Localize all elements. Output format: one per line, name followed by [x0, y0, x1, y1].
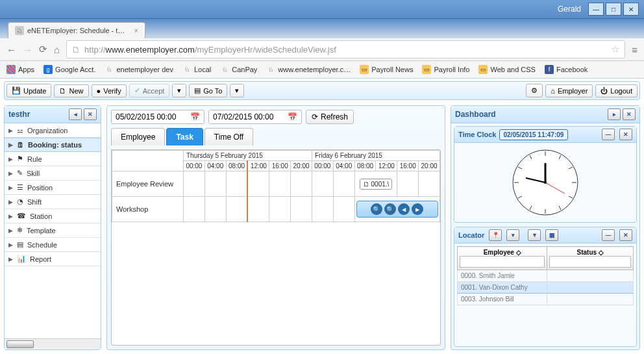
goto-icon: ▤ — [194, 86, 201, 95]
window-minimize[interactable]: — — [588, 3, 604, 16]
sidebar-scrollbar[interactable] — [5, 338, 101, 349]
locator-dropdown[interactable]: ▾ — [506, 229, 519, 241]
scrollbar-thumb[interactable] — [6, 340, 34, 348]
bm-facebook[interactable]: fFacebook — [545, 65, 588, 74]
sidebar-close[interactable]: ✕ — [84, 108, 97, 120]
tab-task[interactable]: Task — [166, 128, 203, 145]
sidebar-item-report[interactable]: ▶📊Report — [5, 252, 101, 266]
locator-close[interactable]: ✕ — [619, 229, 632, 241]
back-icon[interactable]: ← — [6, 44, 16, 55]
schedule-event[interactable]: 🗋0001.\ — [360, 179, 393, 190]
bm-enet[interactable]: ♘www.enetemployer.c… — [266, 65, 351, 74]
locator-minimize[interactable]: — — [602, 229, 615, 241]
update-button[interactable]: 💾Update — [6, 84, 51, 97]
goto-button[interactable]: ▤Go To — [189, 84, 227, 97]
sidebar-item-label: Shift — [27, 198, 42, 206]
sidebar-item-booking-status[interactable]: ▶🗓Booking: status — [5, 138, 101, 152]
bm-webcss[interactable]: ▭Web and CSS — [478, 65, 536, 74]
bm-google[interactable]: gGoogle Acct. — [43, 65, 95, 74]
new-icon: 🗋 — [59, 87, 66, 95]
sidebar-item-shift[interactable]: ▶◔Shift — [5, 195, 101, 209]
bm-payrollinfo[interactable]: ▭Payroll Info — [422, 65, 469, 74]
sidebar-item-skill[interactable]: ▶✎Skill — [5, 166, 101, 181]
sort-icon[interactable]: ◇ — [599, 249, 604, 256]
tab-employee[interactable]: Employee — [111, 128, 165, 145]
dashboard-close[interactable]: ✕ — [623, 108, 636, 120]
hour-header: 16:00 — [397, 161, 419, 171]
event-nav: 🔍 🔍 ◄ ► — [356, 201, 438, 218]
chevron-right-icon: ▶ — [8, 213, 13, 220]
locator-body: Employee ◇ Status ◇ 0000. Smith Jamie000… — [454, 244, 636, 308]
url-input[interactable]: 🗋 http://www.enetemployer.com/myEmployer… — [66, 40, 625, 58]
tab-close-icon[interactable]: × — [134, 27, 138, 34]
chevron-right-icon: ▶ — [8, 184, 13, 191]
next-icon[interactable]: ► — [412, 203, 423, 215]
sidebar-panel: testhr ◂ ✕ ▶⚍Organization▶🗓Booking: stat… — [4, 105, 101, 350]
tab-timeoff[interactable]: Time Off — [204, 128, 253, 145]
sidebar-item-station[interactable]: ▶☎Station — [5, 209, 101, 223]
calendar-icon[interactable]: 📅 — [288, 112, 297, 121]
locator-filter-employee[interactable] — [460, 256, 545, 268]
chevron-right-icon: ▶ — [8, 127, 13, 134]
window-maximize[interactable]: □ — [606, 3, 621, 16]
bm-local[interactable]: ♘Local — [182, 65, 211, 74]
sidebar-item-organization[interactable]: ▶⚍Organization — [5, 123, 101, 138]
logout-button[interactable]: ⏻Logout — [595, 84, 638, 97]
sidebar-item-icon: ▤ — [17, 240, 23, 249]
zoom-in-icon[interactable]: 🔍 — [371, 203, 382, 215]
date-from-input[interactable]: 05/02/2015 00:00📅 — [111, 110, 204, 124]
locator-row[interactable]: 0000. Smith Jamie — [458, 270, 634, 282]
sidebar-item-icon: 🗓 — [17, 141, 24, 149]
forward-icon: → — [23, 44, 32, 55]
refresh-button[interactable]: ⟳Refresh — [306, 110, 354, 124]
locator-row[interactable]: 0003. Johnson Bill — [458, 294, 634, 305]
calendar-icon[interactable]: 📅 — [190, 112, 200, 121]
gear-button[interactable]: ⚙ — [526, 84, 543, 97]
locator-col-employee[interactable]: Employee ◇ — [458, 247, 547, 270]
locator-filter-icon[interactable]: ▼ — [528, 229, 541, 241]
prev-icon[interactable]: ◄ — [398, 203, 410, 215]
reload-icon[interactable]: ⟳ — [39, 44, 47, 55]
locator-col-status[interactable]: Status ◇ — [547, 247, 634, 270]
sidebar-collapse[interactable]: ◂ — [69, 108, 82, 120]
locator-cell-status — [547, 270, 634, 282]
bookmark-star-icon[interactable]: ☆ — [611, 44, 619, 55]
locator-cell-employee: 0003. Johnson Bill — [458, 294, 547, 305]
locator-filter-status[interactable] — [549, 256, 630, 268]
sidebar-item-label: Schedule — [27, 241, 57, 249]
accept-dropdown[interactable]: ▾ — [172, 84, 186, 97]
dashboard-expand[interactable]: ▸ — [608, 108, 621, 120]
zoom-out-icon[interactable]: 🔍 — [384, 203, 396, 215]
bm-canpay[interactable]: ♘CanPay — [220, 65, 257, 74]
timeclock-close[interactable]: ✕ — [619, 129, 632, 140]
locator-grid-icon[interactable]: ▦ — [545, 229, 558, 241]
timeclock-minimize[interactable]: — — [602, 129, 615, 140]
sidebar-item-position[interactable]: ▶☰Position — [5, 181, 101, 195]
sort-icon[interactable]: ◇ — [516, 249, 521, 256]
sidebar-item-icon: ⚍ — [17, 126, 23, 134]
locator-panel: Locator 📍 ▾ ▼ ▦ — ✕ Employee ◇ Status ◇ — [454, 227, 637, 347]
sidebar-item-schedule[interactable]: ▶▤Schedule — [5, 238, 101, 252]
logout-icon: ⏻ — [601, 87, 608, 95]
date-to-input[interactable]: 07/02/2015 00:00📅 — [208, 110, 302, 124]
schedule-tabs: Employee Task Time Off — [111, 128, 441, 145]
bm-payrollnews[interactable]: ▭Payroll News — [360, 65, 413, 74]
window-close[interactable]: ✕ — [623, 3, 639, 16]
sidebar-item-icon: ❄ — [17, 226, 23, 234]
new-button[interactable]: 🗋New — [54, 84, 88, 97]
hour-header: 00:00 — [184, 161, 205, 171]
home-icon[interactable]: ⌂ — [54, 44, 60, 55]
employer-button[interactable]: ⌂Employer — [545, 84, 593, 97]
locator-pin-icon[interactable]: 📍 — [489, 229, 502, 241]
browser-menu-icon[interactable]: ≡ — [632, 44, 638, 55]
locator-row[interactable]: 0001. Van-Dixon Cathy — [458, 282, 634, 294]
bm-apps[interactable]: Apps — [6, 65, 34, 74]
sidebar-title: testhr — [8, 110, 30, 119]
sidebar-item-rule[interactable]: ▶⚑Rule — [5, 152, 101, 166]
url-file-icon: 🗋 — [72, 45, 80, 55]
verify-button[interactable]: ●Verify — [92, 84, 127, 97]
goto-dropdown[interactable]: ▾ — [230, 84, 244, 97]
browser-tab[interactable]: ♘ eNETEmployer: Schedule - t… × — [8, 22, 145, 38]
bm-dev[interactable]: ♘enetemployer dev — [105, 65, 173, 74]
sidebar-item-template[interactable]: ▶❄Template — [5, 223, 101, 238]
